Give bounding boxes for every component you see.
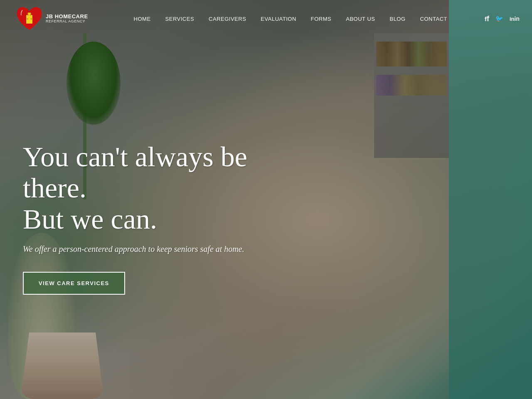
linkedin-icon[interactable]: in: [510, 15, 520, 22]
twitter-icon[interactable]: 🐦: [495, 15, 503, 22]
nav-home[interactable]: HOME: [134, 16, 151, 22]
svg-rect-3: [30, 13, 31, 16]
hero-subtext: We offer a person-centered approach to k…: [23, 243, 272, 255]
logo-icon: [12, 0, 46, 37]
svg-rect-5: [30, 18, 32, 20]
brand-tagline: REFERRAL AGENCY: [46, 20, 88, 24]
logo[interactable]: JB HOMECARE REFERRAL AGENCY: [12, 0, 88, 37]
brand-name: JB HOMECARE: [46, 14, 88, 20]
social-links: f 🐦 in: [485, 15, 520, 23]
navbar: JB HOMECARE REFERRAL AGENCY HOME SERVICE…: [0, 0, 532, 37]
nav-links: HOME SERVICES CAREGIVERS EVALUATION FORM…: [105, 16, 476, 22]
nav-forms[interactable]: FORMS: [311, 16, 331, 22]
svg-rect-4: [26, 18, 28, 20]
nav-contact[interactable]: CONTACT: [420, 16, 447, 22]
nav-evaluation[interactable]: EVALUATION: [261, 16, 296, 22]
svg-rect-2: [27, 13, 28, 16]
nav-services[interactable]: SERVICES: [165, 16, 195, 22]
cta-button[interactable]: VIEW CARE SERVICES: [23, 272, 125, 295]
facebook-icon[interactable]: f: [485, 15, 489, 23]
nav-about[interactable]: ABOUT US: [346, 16, 375, 22]
nav-caregivers[interactable]: CAREGIVERS: [209, 16, 246, 22]
hero-section: JB HOMECARE REFERRAL AGENCY HOME SERVICE…: [0, 0, 532, 399]
nav-blog[interactable]: BLOG: [389, 16, 405, 22]
hero-headline-line2: But we can.: [23, 203, 157, 235]
hero-content: You can't always be there. But we can. W…: [23, 141, 272, 295]
hero-headline-line1: You can't always be there.: [23, 141, 247, 204]
logo-text: JB HOMECARE REFERRAL AGENCY: [46, 14, 88, 24]
hero-headline: You can't always be there. But we can.: [23, 141, 272, 234]
